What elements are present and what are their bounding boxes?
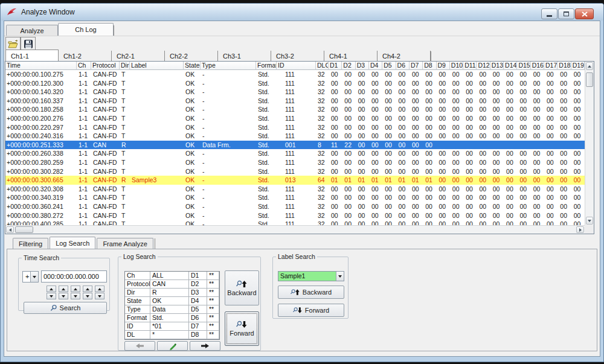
spinner-down-button[interactable] [71,293,80,299]
table-row[interactable]: +000:00:00.220.2971-1CAN-FDTOK-Std.11132… [5,123,585,132]
criteria-key[interactable]: ID [125,322,150,331]
column-header-d16[interactable]: D16 [531,62,544,70]
table-row[interactable]: +000:00:00.300.2821-1CAN-FDTOK-Std.11132… [5,167,585,176]
data-criteria-key[interactable]: D7 [189,322,207,331]
search-tab-filtering[interactable]: Filtering [13,238,48,249]
column-header-d10[interactable]: D10 [450,62,463,70]
criteria-key[interactable]: Dir [125,289,150,297]
column-header-label[interactable]: Label [130,62,184,70]
table-row[interactable]: +000:00:00.140.3201-1CAN-FDTOK-Std.11132… [5,88,585,97]
column-header-d4[interactable]: D4 [369,62,382,70]
criteria-value[interactable]: CAN [150,280,189,289]
criteria-value[interactable]: R [150,289,189,297]
table-row[interactable]: +000:00:00.260.3381-1CAN-FDTOK-Std.11132… [5,149,585,158]
data-criteria-key[interactable]: D6 [189,314,207,322]
table-row[interactable]: +000:00:00.380.2721-1CAN-FDTOK-Std.11132… [5,211,585,220]
column-header-d7[interactable]: D7 [410,62,423,70]
criteria-key[interactable]: Type [125,305,150,314]
channel-tab-ch3-1[interactable]: Ch3-1 [218,51,271,62]
criteria-value[interactable]: Data [150,305,189,314]
dropdown-arrow-icon[interactable] [30,272,38,282]
table-row[interactable]: +000:00:00.240.3161-1CAN-FDTOK-Std.11132… [5,132,585,141]
edit-criteria-button[interactable] [157,341,188,351]
next-result-button[interactable] [190,341,220,351]
column-header-d2[interactable]: D2 [342,62,355,70]
column-header-d12[interactable]: D12 [477,62,490,70]
maximize-button[interactable] [558,8,574,19]
data-criteria-value[interactable]: ** [207,305,219,314]
data-criteria-value[interactable]: ** [207,272,219,280]
table-row[interactable]: +000:00:00.360.2411-1CAN-FDTOK-Std.11132… [5,202,585,211]
table-row[interactable]: +000:00:00.400.2851-1CAN-FDTOK-Std.11132… [5,220,585,225]
data-criteria-key[interactable]: D1 [189,272,207,280]
data-criteria-value[interactable]: ** [207,289,219,297]
scroll-down-button[interactable] [586,217,593,225]
column-header-d9[interactable]: D9 [437,62,450,70]
table-row[interactable]: +000:00:00.280.2591-1CAN-FDTOK-Std.11132… [5,158,585,167]
horizontal-scrollbar[interactable] [5,225,585,234]
data-criteria-value[interactable]: ** [207,314,219,322]
column-header-time[interactable]: Time [5,62,77,70]
column-header-d14[interactable]: D14 [504,62,517,70]
search-tab-log-search[interactable]: Log Search [50,237,95,249]
table-row[interactable]: +000:00:00.160.3371-1CAN-FDTOK-Std.11132… [5,97,585,106]
scroll-up-button[interactable] [586,62,593,70]
data-criteria-key[interactable]: D3 [189,289,207,297]
column-header-dlc[interactable]: DLC [316,62,329,70]
column-header-d13[interactable]: D13 [490,62,504,70]
criteria-key[interactable]: DL [125,331,150,339]
table-row[interactable]: +000:00:00.120.3001-1CAN-FDTOK-Std.11132… [5,79,585,88]
scroll-left-button[interactable] [6,226,14,233]
criteria-value[interactable]: ALL [150,272,189,280]
dropdown-arrow-icon[interactable] [336,272,344,281]
data-criteria-key[interactable]: D4 [189,297,207,305]
column-header-ch[interactable]: Ch [77,62,91,70]
table-row[interactable]: +000:00:00.251.3331-1CANROKData Frm.Std.… [5,141,585,150]
spinner-up-button[interactable] [95,286,104,292]
close-button[interactable] [575,8,594,19]
column-header-format[interactable]: Format [256,62,277,70]
table-row[interactable]: +000:00:00.180.2581-1CAN-FDTOK-Std.11132… [5,105,585,114]
search-tab-frame-analyze[interactable]: Frame Analyze [97,238,153,249]
spinner-down-button[interactable] [47,293,56,299]
table-row[interactable]: +000:00:00.320.3081-1CAN-FDTOK-Std.11132… [5,185,585,194]
table-row[interactable]: +000:00:00.100.2751-1CAN-FDTOK-Std.11132… [5,70,585,79]
column-header-protocol[interactable]: Protocol [91,62,120,70]
label-forward-button[interactable]: Forward [278,304,344,317]
label-select[interactable]: Sample1 [278,271,344,281]
spinner-down-button[interactable] [83,293,92,299]
minimize-button[interactable] [541,8,557,19]
column-header-state[interactable]: State [184,62,201,70]
log-search-backward-button[interactable]: Backward [225,270,259,305]
table-row[interactable]: +000:00:00.340.3191-1CAN-FDTOK-Std.11132… [5,193,585,202]
column-header-d6[interactable]: D6 [396,62,410,70]
criteria-value[interactable]: * [150,331,189,339]
table-row[interactable]: +000:00:00.200.2761-1CAN-FDTOK-Std.11132… [5,114,585,123]
channel-tab-ch4-2[interactable]: Ch4-2 [378,51,431,62]
data-criteria-value[interactable]: ** [207,280,219,289]
criteria-key[interactable]: Ch [125,272,150,280]
column-header-d11[interactable]: D11 [463,62,477,70]
channel-tab-ch2-1[interactable]: Ch2-1 [112,51,165,62]
horizontal-scroll-thumb[interactable] [15,226,33,233]
label-backward-button[interactable]: Backward [278,286,344,299]
vertical-scrollbar[interactable] [585,62,594,225]
column-header-d1[interactable]: D1 [329,62,342,70]
criteria-value[interactable]: Std. [150,314,189,322]
criteria-key[interactable]: State [125,297,150,305]
column-header-d19[interactable]: D19 [571,62,585,70]
spinner-down-button[interactable] [59,293,68,299]
tab-ch-log[interactable]: Ch Log [58,23,114,36]
time-search-button[interactable]: Search [24,302,107,314]
column-header-type[interactable]: Type [201,62,256,70]
spinner-up-button[interactable] [83,286,92,292]
scroll-right-button[interactable] [576,226,584,233]
data-criteria-key[interactable]: D5 [189,305,207,314]
tab-analyze[interactable]: Analyze [6,25,58,36]
data-criteria-key[interactable]: D8 [189,331,207,339]
time-sign-select[interactable]: + [22,271,39,283]
channel-tab-ch3-2[interactable]: Ch3-2 [271,51,324,62]
channel-tab-ch4-1[interactable]: Ch4-1 [324,51,378,62]
criteria-key[interactable]: Protocol [125,280,150,289]
spinner-up-button[interactable] [47,286,56,292]
